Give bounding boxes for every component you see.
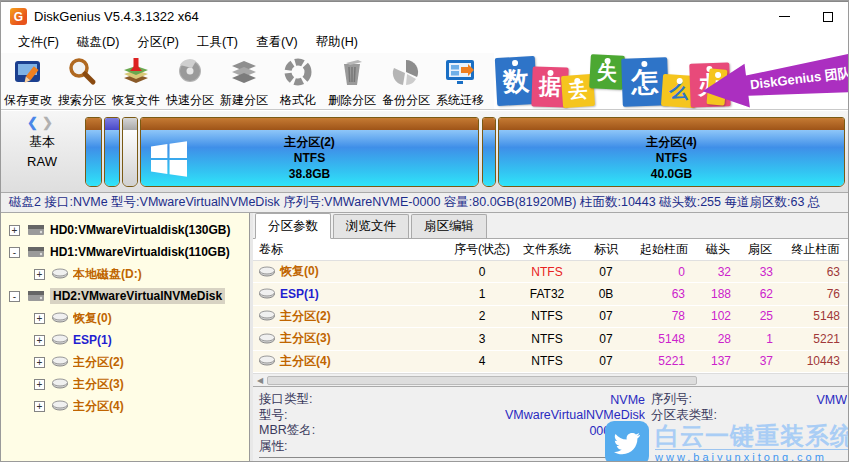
recover-files-button[interactable]: 恢复文件 (109, 53, 163, 109)
cell-sector: 62 (739, 287, 781, 301)
table-row-primary4[interactable]: 主分区(4) 4 NTFS 07 5221 137 37 10443 (253, 351, 849, 373)
partition-bar-primary2[interactable]: 主分区(2) NTFS 38.8GB (140, 117, 479, 187)
expand-icon[interactable]: + (34, 269, 45, 280)
tree-item-hd0[interactable]: + HD0:VMwareVirtualdisk(130GB) (1, 219, 249, 241)
search-partition-button[interactable]: 搜索分区 (55, 53, 109, 109)
prev-disk-icon[interactable]: ❮ (27, 115, 42, 130)
ad-banner[interactable]: 数 据 丢 失 怎 么 办 ! DiskGenius 团队 (494, 53, 849, 109)
partition-bar-primary3[interactable] (482, 117, 496, 187)
table-row-primary2[interactable]: 主分区(2) 2 NTFS 07 78 102 25 5148 (253, 306, 849, 328)
tree-item-esp[interactable]: + ESP(1) (1, 329, 249, 351)
backup-partition-button[interactable]: 备份分区 (379, 53, 433, 109)
cell-head: 137 (697, 354, 739, 368)
cell-id: 07 (581, 332, 631, 346)
tree-item-label: 主分区(2) (73, 354, 124, 371)
column-header[interactable]: 扇区 (739, 241, 781, 258)
cell-volume-label: 主分区(3) (280, 330, 331, 347)
tab-partition-params[interactable]: 分区参数 (255, 213, 331, 239)
column-header[interactable]: 文件系统 (513, 241, 581, 258)
expand-icon[interactable]: + (9, 225, 20, 236)
tree-item-hd1[interactable]: - HD1:VMwareVirtualdisk(110GB) (1, 241, 249, 263)
partition-icon (259, 355, 275, 367)
horizontal-scrollbar[interactable]: ◀ (253, 373, 849, 386)
menu-file[interactable]: 文件(F) (9, 32, 68, 53)
partition-name: 主分区(2) (141, 134, 478, 150)
next-disk-icon[interactable]: ❯ (42, 115, 57, 130)
tree-item-label: HD1:VMwareVirtualdisk(110GB) (50, 245, 230, 259)
quick-partition-button[interactable]: 快速分区 (163, 53, 217, 109)
column-header[interactable]: 序号(状态) (451, 241, 513, 258)
new-partition-button[interactable]: 新建分区 (217, 53, 271, 109)
column-header[interactable]: 终止柱面 (781, 241, 849, 258)
expand-icon[interactable]: + (34, 379, 45, 390)
tree-item-label: 主分区(4) (73, 398, 124, 415)
cell-index: 2 (451, 309, 513, 323)
expand-icon[interactable]: + (34, 357, 45, 368)
menu-help[interactable]: 帮助(H) (307, 32, 367, 53)
format-button[interactable]: 格式化 (271, 53, 325, 109)
expand-icon[interactable]: + (34, 313, 45, 324)
cell-start-cylinder: 78 (631, 309, 697, 323)
tree-item-primary2[interactable]: + 主分区(2) (1, 351, 249, 373)
toolbar-label: 格式化 (280, 92, 316, 109)
cell-filesystem: FAT32 (513, 287, 581, 301)
partition-bar-esp[interactable] (104, 117, 120, 187)
partition-bar-recovery[interactable] (85, 117, 102, 187)
maximize-button[interactable] (806, 3, 849, 31)
column-header[interactable]: 卷标 (253, 241, 451, 258)
harddisk-icon (27, 289, 45, 303)
field-label: 接口类型: (259, 391, 312, 408)
partition-fs: NTFS (499, 150, 844, 166)
collapse-icon[interactable]: - (9, 291, 20, 302)
partition-bar-primary4[interactable]: 主分区(4) NTFS 40.0GB (498, 117, 845, 187)
partition-icon (52, 400, 68, 412)
column-header[interactable]: 起始柱面 (631, 241, 697, 258)
table-row-esp[interactable]: ESP(1) 1 FAT32 0B 63 188 62 76 (253, 283, 849, 305)
tree-item-recovery[interactable]: + 恢复(0) (1, 307, 249, 329)
cell-start-cylinder: 63 (631, 287, 697, 301)
tree-item-hd2-selected[interactable]: - HD2:VMwareVirtualNVMeDisk (1, 285, 249, 307)
search-partition-icon (66, 56, 98, 91)
diskgenius-window: G DiskGenius V5.4.3.1322 x64 文件(F) 磁盘(D)… (0, 0, 849, 462)
save-changes-button[interactable]: 保存更改 (1, 53, 55, 109)
menu-partition[interactable]: 分区(P) (128, 32, 188, 53)
expand-icon[interactable]: + (34, 335, 45, 346)
expand-icon[interactable]: + (34, 401, 45, 412)
table-row-primary3[interactable]: 主分区(3) 3 NTFS 07 5148 28 1 5221 (253, 328, 849, 350)
system-migrate-button[interactable]: 系统迁移 (433, 53, 487, 109)
partition-icon (259, 333, 275, 345)
cell-volume-label: 主分区(4) (280, 353, 331, 370)
save-changes-icon (12, 56, 44, 91)
tab-browse-files[interactable]: 浏览文件 (333, 214, 409, 238)
tree-item-primary3[interactable]: + 主分区(3) (1, 373, 249, 395)
tree-item-local-disk-d[interactable]: + 本地磁盘(D:) (1, 263, 249, 285)
column-header[interactable]: 磁头 (697, 241, 739, 258)
banner-tile: 失 (589, 54, 625, 90)
disk-info-bar: 磁盘2 接口:NVMe 型号:VMwareVirtualNVMeDisk 序列号… (1, 193, 849, 213)
partition-bar-free[interactable] (122, 117, 138, 187)
tab-bar: 分区参数 浏览文件 扇区编辑 (253, 213, 849, 239)
scroll-left-icon[interactable]: ◀ (253, 376, 267, 385)
cell-filesystem: NTFS (513, 332, 581, 346)
partition-size: 40.0GB (499, 166, 844, 182)
menu-view[interactable]: 查看(V) (247, 32, 307, 53)
column-header[interactable]: 标识 (581, 241, 631, 258)
toolbar-label: 系统迁移 (436, 92, 484, 109)
cell-index: 1 (451, 287, 513, 301)
tab-sector-edit[interactable]: 扇区编辑 (411, 214, 487, 238)
collapse-icon[interactable]: - (9, 247, 20, 258)
delete-partition-button[interactable]: 删除分区 (325, 53, 379, 109)
menu-tools[interactable]: 工具(T) (188, 32, 247, 53)
minimize-button[interactable] (762, 3, 806, 31)
tree-item-primary4[interactable]: + 主分区(4) (1, 395, 249, 417)
table-row-recovery[interactable]: 恢复(0) 0 NTFS 07 0 32 33 63 (253, 261, 849, 283)
cell-end-cylinder: 5221 (781, 332, 849, 346)
cell-id: 07 (581, 265, 631, 279)
harddisk-icon (27, 223, 45, 237)
cell-head: 32 (697, 265, 739, 279)
cell-sector: 37 (739, 354, 781, 368)
window-title: DiskGenius V5.4.3.1322 x64 (34, 9, 199, 24)
delete-partition-icon (336, 56, 368, 91)
scrollbar-thumb[interactable] (267, 376, 697, 385)
menu-disk[interactable]: 磁盘(D) (68, 32, 128, 53)
